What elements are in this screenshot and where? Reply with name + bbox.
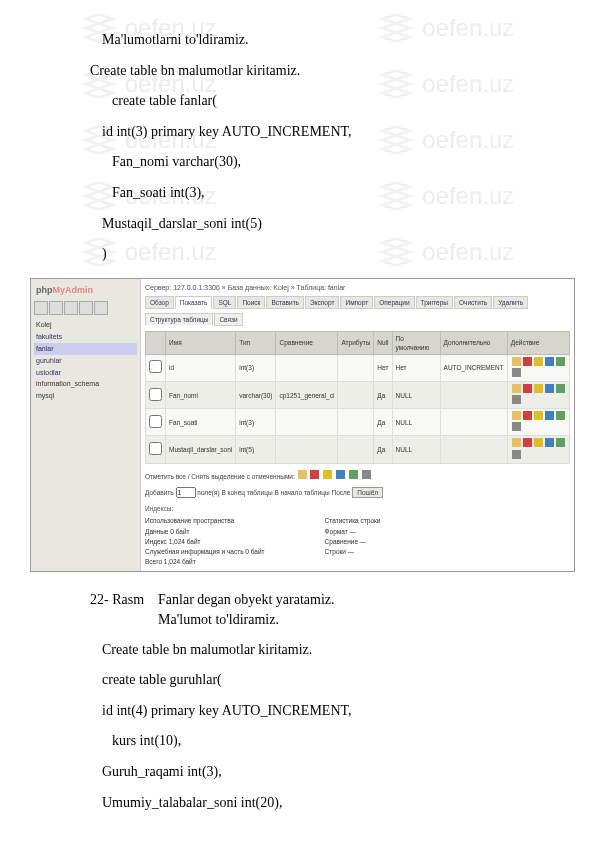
code-line: kurs int(10), — [90, 731, 525, 751]
unique-icon[interactable] — [545, 438, 554, 447]
sql-icon[interactable] — [64, 301, 78, 315]
cell-actions — [507, 354, 569, 381]
reload-icon[interactable] — [94, 301, 108, 315]
index-icon[interactable] — [556, 357, 565, 366]
subtab-table-structure[interactable]: Структура таблицы — [145, 313, 213, 326]
tree-db[interactable]: information_schema — [34, 378, 137, 390]
fulltext-icon[interactable] — [512, 422, 521, 431]
code-line: id int(4) primary key AUTO_INCREMENT, — [90, 701, 525, 721]
index-icon[interactable] — [349, 470, 358, 479]
delete-icon[interactable] — [523, 357, 532, 366]
index-icon[interactable] — [556, 438, 565, 447]
cell-default: NULL — [392, 436, 440, 463]
tab-empty[interactable]: Очистить — [454, 296, 492, 309]
tab-insert[interactable]: Вставить — [266, 296, 304, 309]
home-icon[interactable] — [34, 301, 48, 315]
index-icon[interactable] — [556, 384, 565, 393]
columns-table: Имя Тип Сравнение Атрибуты Null По умолч… — [145, 331, 570, 464]
tab-export[interactable]: Экспорт — [305, 296, 339, 309]
go-button[interactable]: Пошёл — [352, 487, 383, 498]
code-line: create table guruhlar( — [90, 670, 525, 690]
row-checkbox[interactable] — [149, 360, 162, 373]
fulltext-icon[interactable] — [512, 368, 521, 377]
primary-key-icon[interactable] — [534, 384, 543, 393]
subtab-relations[interactable]: Связи — [214, 313, 242, 326]
addcol-count-input[interactable] — [176, 487, 196, 498]
col-collation: Сравнение — [276, 331, 338, 354]
cell-default: Нет — [392, 354, 440, 381]
delete-icon[interactable] — [523, 384, 532, 393]
indexes-heading: Индексы: — [145, 504, 570, 513]
cell-default: NULL — [392, 409, 440, 436]
column-row: Fan_nomivarchar(30)cp1251_general_ciДаNU… — [146, 382, 570, 409]
cell-collation: cp1251_general_ci — [276, 382, 338, 409]
edit-icon[interactable] — [512, 384, 521, 393]
tree-table[interactable]: ustodlar — [34, 367, 137, 379]
cell-attr — [338, 354, 374, 381]
col-extra: Дополнительно — [440, 331, 507, 354]
row-checkbox[interactable] — [149, 415, 162, 428]
primary-key-icon[interactable] — [323, 470, 332, 479]
code-line: ) — [90, 244, 525, 264]
primary-key-icon[interactable] — [534, 357, 543, 366]
fulltext-icon[interactable] — [362, 470, 371, 479]
primary-key-icon[interactable] — [534, 438, 543, 447]
row-checkbox[interactable] — [149, 442, 162, 455]
primary-key-icon[interactable] — [534, 411, 543, 420]
pma-subtabs: Структура таблицы Связи — [145, 313, 570, 326]
info-row: Данные 0 байт — [145, 527, 265, 537]
pma-tabs: Обзор Показать SQL Поиск Вставить Экспор… — [145, 296, 570, 309]
unique-icon[interactable] — [545, 411, 554, 420]
cell-extra: AUTO_INCREMENT — [440, 354, 507, 381]
pma-main: Сервер: 127.0.0.1:3306 » База данных: Ko… — [141, 279, 574, 572]
unique-icon[interactable] — [545, 384, 554, 393]
tree-table-selected[interactable]: fanlar — [34, 343, 137, 355]
document-content: Ma'lumotlarni to'ldiramiz. Create table … — [0, 0, 595, 842]
cell-name: Fan_nomi — [166, 382, 236, 409]
cell-collation — [276, 409, 338, 436]
row-checkbox[interactable] — [149, 388, 162, 401]
delete-icon[interactable] — [523, 411, 532, 420]
caption-number: 22- Rasm — [90, 590, 144, 629]
cell-actions — [507, 409, 569, 436]
checkall-label[interactable]: Отметить все / Снять выделение с отмечен… — [145, 473, 295, 480]
edit-icon[interactable] — [512, 357, 521, 366]
info-row: Сравнение — — [325, 537, 381, 547]
tree-db[interactable]: mysql — [34, 390, 137, 402]
index-icon[interactable] — [556, 411, 565, 420]
fulltext-icon[interactable] — [512, 450, 521, 459]
edit-icon[interactable] — [512, 438, 521, 447]
unique-icon[interactable] — [336, 470, 345, 479]
tab-sql[interactable]: SQL — [213, 296, 236, 309]
database-tree: Kolej fakultets fanlar guruhlar ustodlar… — [34, 319, 137, 402]
fulltext-icon[interactable] — [512, 395, 521, 404]
caption-line: Ma'lumot to'ldiramiz. — [158, 610, 334, 630]
delete-icon[interactable] — [523, 438, 532, 447]
unique-icon[interactable] — [545, 357, 554, 366]
code-line: Mustaqil_darslar_soni int(5) — [90, 214, 525, 234]
cell-attr — [338, 382, 374, 409]
cell-type: int(5) — [236, 436, 276, 463]
cell-null: Нет — [374, 354, 392, 381]
cell-actions — [507, 436, 569, 463]
edit-icon[interactable] — [298, 470, 307, 479]
tree-db[interactable]: Kolej — [34, 319, 137, 331]
text-line: Create table bn malumotlar kiritamiz. — [90, 640, 525, 660]
cell-type: int(3) — [236, 354, 276, 381]
delete-icon[interactable] — [310, 470, 319, 479]
docs-icon[interactable] — [79, 301, 93, 315]
tab-triggers[interactable]: Триггеры — [416, 296, 453, 309]
tab-search[interactable]: Поиск — [237, 296, 265, 309]
tab-import[interactable]: Импорт — [340, 296, 373, 309]
tab-drop[interactable]: Удалить — [493, 296, 528, 309]
col-type: Тип — [236, 331, 276, 354]
tree-table[interactable]: fakultets — [34, 331, 137, 343]
edit-icon[interactable] — [512, 411, 521, 420]
tab-structure[interactable]: Показать — [175, 296, 213, 309]
tab-operations[interactable]: Операции — [374, 296, 414, 309]
tree-table[interactable]: guruhlar — [34, 355, 137, 367]
logout-icon[interactable] — [49, 301, 63, 315]
code-line: create table fanlar( — [90, 91, 525, 111]
breadcrumb: Сервер: 127.0.0.1:3306 » База данных: Ko… — [145, 283, 570, 293]
tab-browse[interactable]: Обзор — [145, 296, 174, 309]
